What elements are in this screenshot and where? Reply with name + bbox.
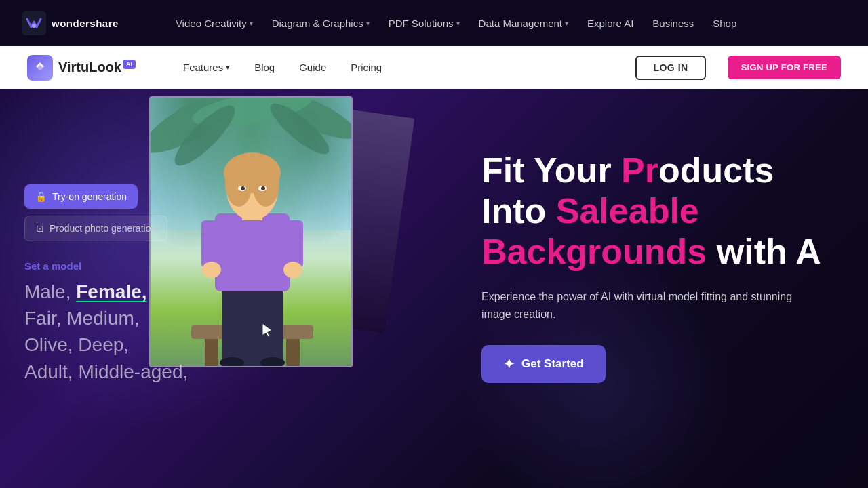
nav-video-creativity[interactable]: Video Creativity ▾ [167,14,261,33]
second-navigation: VirtuLookAI Features ▾ Blog Guide Pricin… [0,46,868,89]
signup-button[interactable]: SIGN UP FOR FREE [728,56,841,79]
nav-business[interactable]: Business [644,14,702,33]
chevron-down-icon: ▾ [456,20,460,27]
nav-explore-ai[interactable]: Explore AI [579,14,642,33]
top-navigation: wondershare Video Creativity ▾ Diagram &… [0,0,868,46]
top-nav-items: Video Creativity ▾ Diagram & Graphics ▾ … [167,14,846,33]
wondershare-logo[interactable]: wondershare [22,11,119,35]
svg-point-22 [241,186,245,190]
set-model-label: Set a model [24,260,188,272]
left-panel: 🔒 Try-on generation ⊡ Product photo gene… [24,184,188,385]
star-icon: ✦ [503,356,515,372]
svg-point-24 [202,262,221,278]
brand-name: wondershare [52,18,119,29]
nav-blog[interactable]: Blog [245,58,284,77]
svg-point-25 [283,262,302,278]
svg-rect-13 [201,220,222,268]
svg-point-18 [225,159,252,207]
right-panel: Fit Your Products Into Saleable Backgrou… [448,123,868,410]
svg-rect-12 [215,214,290,291]
nav-diagram-graphics[interactable]: Diagram & Graphics ▾ [264,14,378,33]
nav-data-management[interactable]: Data Management ▾ [471,14,576,33]
get-started-button[interactable]: ✦ Get Started [481,345,606,383]
nav-guide[interactable]: Guide [290,58,336,77]
virtulook-name: VirtuLookAI [58,60,136,75]
ai-badge: AI [123,60,136,69]
second-nav-items: Features ▾ Blog Guide Pricing [174,58,614,77]
try-on-generation-button[interactable]: 🔒 Try-on generation [24,184,138,209]
chevron-down-icon: ▾ [565,20,568,27]
nav-features[interactable]: Features ▾ [174,58,239,77]
svg-point-1 [32,24,36,28]
model-options: Male, Female, Fair, Medium, Olive, Deep,… [24,279,188,385]
svg-rect-9 [205,339,218,366]
svg-rect-10 [286,339,300,366]
virtulook-icon [27,55,53,81]
chevron-down-icon: ▾ [226,63,230,72]
product-photo-generation-button[interactable]: ⊡ Product photo generation [24,216,167,241]
chevron-down-icon: ▾ [366,20,370,27]
hero-headline: Fit Your Products Into Saleable Backgrou… [481,150,834,272]
svg-point-19 [252,159,279,207]
hero-subtitle: Experience the power of AI with virtual … [481,288,807,323]
svg-point-23 [261,186,265,190]
hero-section: 🔒 Try-on generation ⊡ Product photo gene… [0,89,868,488]
lock-icon: 🔒 [35,191,47,202]
nav-pdf-solutions[interactable]: PDF Solutions ▾ [380,14,468,33]
virtulook-logo[interactable]: VirtuLookAI [27,55,136,81]
image-icon: ⊡ [36,223,44,234]
login-button[interactable]: LOG IN [635,56,705,80]
nav-pricing[interactable]: Pricing [341,58,391,77]
nav-shop[interactable]: Shop [705,14,745,33]
chevron-down-icon: ▾ [250,20,253,27]
svg-rect-14 [283,220,303,268]
